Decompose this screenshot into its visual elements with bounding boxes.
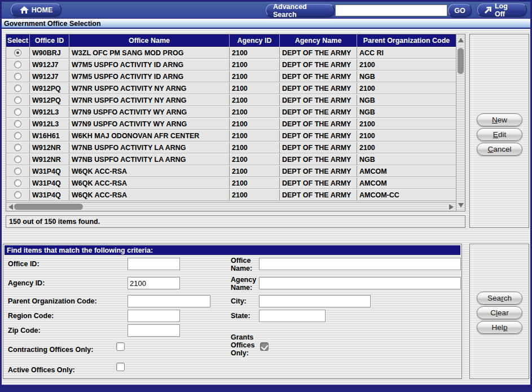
advanced-search-button[interactable]: Advanced Search xyxy=(266,4,335,17)
table-cell: AMCOM xyxy=(357,178,456,188)
column-header-agency-name: Agency Name xyxy=(280,34,357,47)
row-select-radio[interactable] xyxy=(14,96,21,104)
region-code-label: Region Code: xyxy=(8,312,54,320)
row-select-radio[interactable] xyxy=(14,191,21,199)
table-cell: 2100 xyxy=(230,154,280,165)
row-select-radio[interactable] xyxy=(14,61,21,68)
table-cell: W7N9 USPFO ACTIVITY WY ARNG xyxy=(69,107,230,117)
horizontal-scrollbar-thumb[interactable] xyxy=(14,204,83,210)
column-header-agency-id: Agency ID xyxy=(230,34,280,47)
horizontal-scrollbar[interactable] xyxy=(6,202,456,211)
table-row: W912PQW7NR USPFO ACTIVITY NY ARNG2100DEP… xyxy=(6,94,456,106)
table-body: W90BRJW3ZL OFC PM SANG MOD PROG2100DEPT … xyxy=(6,47,456,201)
row-select-radio[interactable] xyxy=(14,49,21,56)
record-actions-panel: New Edit Cancel xyxy=(469,34,529,228)
row-select-radio[interactable] xyxy=(14,156,21,163)
table-row: W912J7W7M5 USPFO ACTIVITY ID ARNG2100DEP… xyxy=(6,71,456,82)
scroll-up-arrow-icon[interactable] xyxy=(458,38,464,42)
vertical-scrollbar[interactable] xyxy=(456,34,465,211)
row-select-radio[interactable] xyxy=(14,144,21,151)
agency-id-input[interactable] xyxy=(127,277,180,289)
page-title: Government Office Selection xyxy=(2,19,530,29)
row-select-radio[interactable] xyxy=(14,108,21,116)
cancel-button[interactable]: Cancel xyxy=(477,143,522,156)
table-cell: DEPT OF THE ARMY xyxy=(280,166,357,177)
table-cell: W7M5 USPFO ACTIVITY ID ARNG xyxy=(69,71,230,82)
row-select-radio[interactable] xyxy=(14,132,21,139)
table-cell: 2100 xyxy=(357,130,456,141)
table-cell: DEPT OF THE ARMY xyxy=(280,154,357,165)
grants-only-checkbox[interactable] xyxy=(260,342,269,351)
go-label: GO xyxy=(454,7,465,15)
table-cell: DEPT OF THE ARMY xyxy=(280,83,357,94)
grants-only-label: Grants Offices Only: xyxy=(231,333,259,357)
table-cell: DEPT OF THE ARMY xyxy=(280,71,357,82)
table-cell: 2100 xyxy=(230,83,280,94)
agency-id-label: Agency ID: xyxy=(8,279,45,287)
table-cell: W3ZL OFC PM SANG MOD PROG xyxy=(69,47,230,58)
table-cell: W912J7 xyxy=(30,59,69,70)
criteria-section-title: Find items that match the following crit… xyxy=(5,245,460,255)
row-select-radio[interactable] xyxy=(14,120,21,127)
agency-name-input[interactable] xyxy=(259,277,461,289)
new-button[interactable]: New xyxy=(477,113,522,126)
table-cell: W31P4Q xyxy=(30,178,69,188)
table-cell: 2100 xyxy=(357,83,456,94)
table-cell: W16H61 xyxy=(30,130,69,141)
search-button[interactable]: Search xyxy=(477,292,522,305)
table-cell: 2100 xyxy=(230,142,280,153)
clear-button[interactable]: Clear xyxy=(477,306,522,319)
active-only-checkbox[interactable] xyxy=(116,363,125,371)
results-status: 150 out of 150 items found. xyxy=(6,215,465,228)
contracting-only-checkbox[interactable] xyxy=(116,342,125,351)
table-cell: 2100 xyxy=(230,118,280,129)
scroll-right-arrow-icon[interactable] xyxy=(449,204,454,210)
table-cell: 2100 xyxy=(357,142,456,153)
table-row: W912L3W7N9 USPFO ACTIVITY WY ARNG2100DEP… xyxy=(6,118,456,130)
parent-org-code-input[interactable] xyxy=(127,295,210,307)
agency-name-label: Agency Name: xyxy=(231,276,262,292)
scroll-left-arrow-icon[interactable] xyxy=(8,204,13,210)
row-select-radio[interactable] xyxy=(14,168,21,175)
edit-button[interactable]: Edit xyxy=(477,128,522,141)
table-cell: AMCOM-CC xyxy=(357,190,456,200)
table-cell: AMCOM xyxy=(357,166,456,177)
results-table: Select Office ID Office Name Agency ID A… xyxy=(6,34,465,212)
vertical-scrollbar-thumb[interactable] xyxy=(458,48,464,74)
table-cell: DEPT OF THE ARMY xyxy=(280,118,357,129)
row-select-radio[interactable] xyxy=(14,179,21,187)
home-icon xyxy=(20,6,29,14)
search-criteria-section: Find items that match the following crit… xyxy=(3,244,462,379)
log-off-button[interactable]: Log Off xyxy=(477,3,527,16)
table-cell: DEPT OF THE ARMY xyxy=(280,130,357,141)
go-button[interactable]: GO xyxy=(448,4,472,17)
table-row: W912L3W7N9 USPFO ACTIVITY WY ARNG2100DEP… xyxy=(6,106,456,118)
select-cell xyxy=(6,107,30,117)
table-cell: W6QK ACC-RSA xyxy=(69,178,230,188)
row-select-radio[interactable] xyxy=(14,73,21,80)
column-header-office-id: Office ID xyxy=(30,34,69,47)
region-code-input[interactable] xyxy=(127,310,180,322)
contracting-only-label: Contracting Offices Only: xyxy=(8,346,93,354)
city-input[interactable] xyxy=(259,295,371,307)
state-input[interactable] xyxy=(259,310,326,322)
select-cell xyxy=(6,118,30,129)
zip-code-input[interactable] xyxy=(127,324,180,337)
office-id-input[interactable] xyxy=(127,258,180,270)
top-navigation-bar: HOME Advanced Search GO Log Off xyxy=(2,2,530,19)
global-search-input[interactable] xyxy=(335,5,447,16)
scroll-down-arrow-icon[interactable] xyxy=(458,203,464,208)
table-cell: NGB xyxy=(357,71,456,82)
active-only-label: Active Offices Only: xyxy=(8,366,75,374)
help-button[interactable]: Help xyxy=(477,321,522,334)
table-cell: 2100 xyxy=(230,178,280,188)
row-select-radio[interactable] xyxy=(14,85,21,92)
office-name-input[interactable] xyxy=(259,258,461,270)
table-cell: W7NB USPFO ACTIVITY LA ARNG xyxy=(69,154,230,165)
table-cell: W912J7 xyxy=(30,71,69,82)
table-cell: W912PQ xyxy=(30,83,69,94)
select-cell xyxy=(6,130,30,141)
table-cell: DEPT OF THE ARMY xyxy=(280,178,357,188)
table-cell: W912L3 xyxy=(30,118,69,129)
home-button[interactable]: HOME xyxy=(11,3,61,16)
